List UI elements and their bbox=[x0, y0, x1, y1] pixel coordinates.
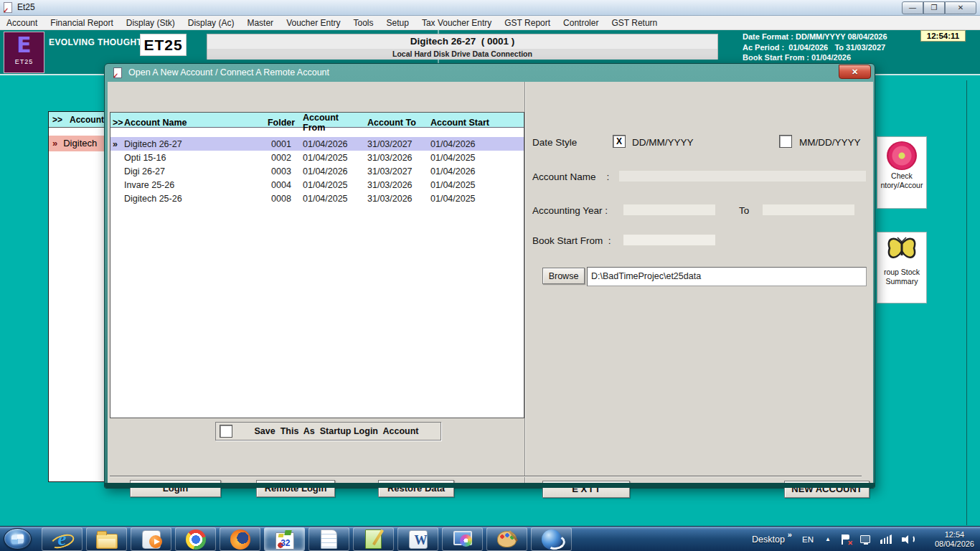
cell-folder: 0004 bbox=[264, 180, 298, 190]
speaker-icon[interactable] bbox=[902, 534, 914, 544]
account-list: >>Account NameFolderAccount FromAccount … bbox=[110, 112, 524, 418]
background-header-marker: >> bbox=[52, 112, 62, 127]
cell-to: 31/03/2026 bbox=[363, 180, 426, 190]
taskbar-button-chrome[interactable] bbox=[175, 527, 216, 551]
date-style-ddmmyyyy-label: DD/MM/YYYY bbox=[632, 137, 694, 148]
menu-item-gst-report[interactable]: GST Report bbox=[498, 16, 557, 29]
browse-button[interactable]: Browse bbox=[542, 268, 585, 284]
taskbar-button-word[interactable] bbox=[397, 527, 438, 551]
internet-explorer-icon bbox=[50, 529, 75, 550]
shortcut-group-stock-summary[interactable]: roup Stock Summary bbox=[877, 232, 927, 303]
accounting-year-to-field[interactable] bbox=[762, 204, 855, 216]
hidden-icons-arrow[interactable] bbox=[825, 536, 831, 542]
table-row[interactable]: Digi 26-27000301/04/202631/03/202701/04/… bbox=[110, 164, 524, 178]
desktop-toolbar[interactable]: Desktop bbox=[752, 534, 785, 545]
butterfly-image bbox=[885, 236, 919, 263]
minimize-button[interactable]: — bbox=[902, 1, 923, 14]
menu-item-tools[interactable]: Tools bbox=[347, 16, 380, 29]
menu-item-master[interactable]: Master bbox=[240, 16, 280, 29]
tray-date: 08/04/2026 bbox=[935, 540, 974, 549]
taskbar-button-firefox[interactable] bbox=[220, 527, 260, 551]
dialog-title: Open A New Account / Connect A Remote Ac… bbox=[128, 67, 329, 77]
close-button[interactable]: ✕ bbox=[945, 1, 976, 14]
cell-folder: 0001 bbox=[264, 139, 298, 149]
menu-item-financial-report[interactable]: Financial Report bbox=[44, 16, 119, 29]
shortcut-check-inventory[interactable]: Check ntory/Accour bbox=[877, 136, 927, 209]
taskbar-button-internet-explorer[interactable] bbox=[42, 527, 83, 551]
table-row[interactable]: Digitech 25-26000801/04/202531/03/202601… bbox=[110, 192, 524, 205]
column-header: >> bbox=[110, 118, 122, 128]
action-center-flag-icon[interactable] bbox=[841, 534, 850, 545]
save-startup-checkbox[interactable] bbox=[220, 425, 232, 438]
date-style-ddmmyyyy-checkbox[interactable]: X bbox=[613, 135, 626, 148]
menu-item-setup[interactable]: Setup bbox=[380, 16, 415, 29]
restore-button[interactable]: ❐ bbox=[923, 1, 945, 14]
media-player-icon bbox=[142, 530, 161, 549]
tray-time: 12:54 bbox=[935, 530, 974, 540]
app-title: Et25 bbox=[17, 2, 35, 12]
cell-to: 31/03/2027 bbox=[363, 139, 426, 149]
menu-item-display-ac-[interactable]: Display (Ac) bbox=[182, 16, 241, 29]
shortcut-label-line: Check bbox=[877, 171, 926, 181]
cell-folder: 0003 bbox=[264, 166, 298, 176]
dialog-close-button[interactable]: ✕ bbox=[839, 65, 871, 79]
language-indicator[interactable]: EN bbox=[802, 535, 814, 544]
dialog-body: >>Account NameFolderAccount FromAccount … bbox=[108, 82, 873, 484]
column-header: Account To bbox=[363, 118, 426, 128]
alert-badge-icon bbox=[847, 540, 853, 547]
chrome-icon bbox=[186, 529, 206, 550]
book-start-from-field[interactable] bbox=[623, 234, 716, 246]
paint-icon bbox=[497, 531, 517, 547]
taskbar-button-paint[interactable] bbox=[486, 527, 527, 551]
tray-clock[interactable]: 12:54 08/04/2026 bbox=[935, 530, 974, 549]
toolbar-chevron-icon[interactable]: » bbox=[788, 530, 792, 539]
background-header-label: Account bbox=[70, 112, 104, 127]
open-account-dialog: Open A New Account / Connect A Remote Ac… bbox=[104, 63, 875, 489]
taskbar-button-media-player[interactable] bbox=[131, 527, 171, 551]
taskbar-button-file-explorer[interactable] bbox=[86, 527, 127, 551]
column-header: Folder bbox=[264, 118, 298, 128]
save-startup-box: Save This As Startup Login Account bbox=[215, 422, 441, 441]
taskbar-button-media-cd[interactable] bbox=[442, 527, 483, 551]
panel-divider bbox=[524, 82, 525, 484]
work-area: >> Account » Digitech Check ntory/Accour… bbox=[0, 77, 980, 526]
menu-item-account[interactable]: Account bbox=[0, 16, 44, 29]
cell-mark: » bbox=[110, 139, 122, 149]
screen: Et25 — ❐ ✕ AccountFinancial ReportDispla… bbox=[0, 0, 980, 551]
background-item-label: Digitech bbox=[63, 136, 97, 151]
media-cd-icon bbox=[453, 531, 472, 545]
taskbar-button-sphere-browser[interactable] bbox=[531, 527, 572, 551]
data-path-field[interactable]: D:\BadTimeProjec\et25data bbox=[587, 267, 867, 286]
background-list-item[interactable]: » Digitech bbox=[49, 136, 105, 151]
app-titlebar: Et25 — ❐ ✕ bbox=[0, 0, 980, 16]
cell-name: Digi 26-27 bbox=[122, 166, 264, 176]
dialog-titlebar: Open A New Account / Connect A Remote Ac… bbox=[105, 64, 875, 82]
dialog-bottom-frame bbox=[105, 483, 875, 488]
taskbar-button-notepad[interactable] bbox=[308, 527, 349, 551]
table-row[interactable]: Opti 15-16000201/04/202531/03/202601/04/… bbox=[110, 151, 524, 164]
table-row[interactable]: Invare 25-26000401/04/202531/03/202601/0… bbox=[110, 178, 524, 192]
firefox-icon bbox=[230, 529, 250, 550]
start-button[interactable] bbox=[4, 528, 32, 550]
cell-start: 01/04/2025 bbox=[426, 153, 496, 163]
menu-item-voucher-entry[interactable]: Voucher Entry bbox=[280, 16, 347, 29]
cell-folder: 0002 bbox=[264, 153, 298, 163]
signal-bars-icon[interactable] bbox=[880, 534, 892, 544]
menu-item-display-stk-[interactable]: Display (Stk) bbox=[120, 16, 182, 29]
cell-name: Digitech 26-27 bbox=[122, 139, 264, 149]
system-tray: Desktop » EN 12:54 08/04/2026 bbox=[746, 527, 980, 551]
cell-to: 31/03/2027 bbox=[363, 166, 426, 176]
app-document-icon bbox=[4, 2, 12, 13]
table-row[interactable]: »Digitech 26-27000101/04/202631/03/20270… bbox=[110, 137, 524, 151]
taskbar-button-notepad-plus[interactable] bbox=[353, 527, 394, 551]
cell-from: 01/04/2026 bbox=[298, 139, 363, 149]
menu-item-gst-return[interactable]: GST Return bbox=[605, 16, 664, 29]
account-name-field[interactable] bbox=[618, 170, 867, 182]
file-explorer-icon bbox=[96, 534, 118, 549]
menu-item-tax-voucher-entry[interactable]: Tax Voucher Entry bbox=[415, 16, 498, 29]
taskbar-button-et25-app[interactable] bbox=[264, 527, 305, 551]
accounting-year-from-field[interactable] bbox=[623, 204, 716, 216]
menu-item-controler[interactable]: Controler bbox=[557, 16, 605, 29]
date-style-mmddyyyy-checkbox[interactable] bbox=[779, 135, 792, 148]
network-monitor-icon[interactable] bbox=[860, 535, 870, 543]
